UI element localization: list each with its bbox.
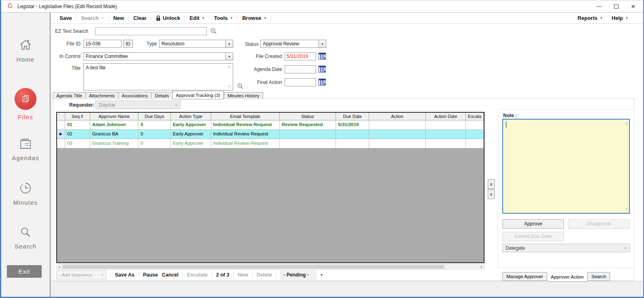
title-textarea[interactable]: A test file — [83, 63, 233, 90]
menu-edit[interactable]: Edit▼ — [185, 13, 209, 24]
cell-action-type: Early Approver — [171, 130, 211, 139]
menu-new[interactable]: New — [109, 13, 129, 24]
menu-save[interactable]: Save — [55, 13, 76, 24]
grid-horizontal-scrollbar[interactable]: ‹ › — [56, 264, 485, 270]
new-button[interactable]: New — [238, 272, 248, 278]
sidebar-item-home[interactable]: Home — [1, 38, 50, 63]
menu-new-label: New — [113, 15, 124, 21]
menu-save-label: Save — [60, 15, 72, 21]
agenda-date-input[interactable] — [285, 65, 316, 73]
menu-help[interactable]: Help▼ — [607, 13, 633, 24]
menu-reports[interactable]: Reports▼ — [573, 13, 607, 24]
menu-tools[interactable]: Tools▼ — [210, 13, 238, 24]
grid-header-status[interactable]: Status — [280, 113, 336, 120]
tab-search[interactable]: Search — [588, 272, 610, 281]
scroll-down-icon[interactable]: ∨ — [228, 84, 231, 88]
menu-search[interactable]: Search▼ — [77, 13, 108, 24]
final-action-calendar-icon[interactable] — [319, 79, 326, 86]
approver-tabs: Manage Approver Approver Action Search — [502, 272, 610, 282]
magnifier-plus-icon[interactable] — [210, 28, 217, 34]
grid-row-3[interactable]: 03 Granicus Training 0 Early Approver In… — [57, 139, 484, 148]
final-action-input[interactable] — [285, 78, 316, 86]
grid-header-action-date[interactable]: Action Date — [426, 113, 466, 120]
grid-header-approver-name[interactable]: Approver Name — [90, 113, 139, 120]
scroll-up-icon[interactable]: ∧ — [625, 121, 628, 126]
grid-header-email-template[interactable]: Email Template — [211, 113, 280, 120]
file-created-input[interactable] — [285, 52, 316, 60]
grid-header-action[interactable]: Action — [369, 113, 425, 120]
tab-details[interactable]: Details — [151, 92, 172, 99]
requester-dropdown[interactable]: Daystar ∨ — [96, 101, 181, 109]
ez-text-search-input[interactable] — [95, 27, 207, 35]
tab-agenda-title[interactable]: Agenda Title — [53, 92, 85, 99]
status-dropdown[interactable]: Approval Review ▼ — [260, 40, 326, 48]
move-down-button[interactable]: ∨ — [488, 189, 495, 199]
scroll-down-icon[interactable]: ∨ — [625, 206, 628, 212]
sidebar-item-minutes[interactable]: Minutes — [1, 181, 50, 206]
cancel-button[interactable]: Cancel — [162, 272, 179, 278]
type-value: Resolution — [159, 41, 225, 47]
grid-row-2-selected[interactable]: ▶ 02 Granicus BA 0 Early Approver Indivi… — [57, 130, 484, 139]
in-control-dropdown[interactable]: Finance Committee ▼ — [83, 52, 233, 60]
dropdown-arrow-icon[interactable]: ▼ — [225, 53, 233, 60]
grid-header-seq[interactable]: Seq # — [65, 113, 90, 120]
dropdown-arrow-icon[interactable]: ▼ — [225, 40, 233, 47]
tab-attachments[interactable]: Attachments — [85, 92, 118, 99]
row-selector-pointer[interactable]: ▶ — [57, 130, 65, 139]
cell-status: Review Requested — [280, 120, 336, 130]
close-button[interactable]: ✕ — [626, 0, 640, 13]
file-created-calendar-icon[interactable] — [319, 53, 326, 60]
dropdown-arrow-icon[interactable]: ▼ — [319, 40, 326, 47]
minutes-icon — [18, 181, 33, 195]
cell-seq: 02 — [65, 130, 90, 139]
minimize-button[interactable] — [592, 0, 606, 13]
pause-button[interactable]: Pause — [143, 272, 158, 278]
grid-header-due-days[interactable]: Due Days — [138, 113, 171, 120]
maximize-button[interactable] — [609, 0, 623, 13]
menu-browse[interactable]: Browse▼ — [238, 13, 271, 24]
tab-approval-tracking[interactable]: Approval Tracking (3) — [172, 91, 224, 99]
sidebar-label-agendas: Agendas — [1, 154, 50, 161]
toolbar-separator — [212, 272, 212, 278]
sidebar-item-agendas[interactable]: Agendas — [1, 136, 50, 161]
sidebar-item-files[interactable]: Files — [1, 88, 50, 120]
delegate-dropdown[interactable]: Delegate ∨ — [502, 244, 630, 252]
exit-button[interactable]: Exit — [7, 265, 42, 278]
up-arrow-icon: ∧ — [489, 182, 493, 187]
menu-unlock[interactable]: Unlock — [151, 13, 185, 24]
grid-header-due-date[interactable]: Due Date — [336, 113, 369, 120]
dropdown-arrow-icon: ▼ — [99, 273, 106, 277]
tab-associations[interactable]: Associations — [118, 92, 151, 99]
file-id-input[interactable] — [83, 40, 121, 48]
grid-header-action-type[interactable]: Action Type — [171, 113, 211, 120]
row-selector[interactable] — [57, 120, 65, 130]
row-selector[interactable] — [57, 139, 65, 148]
extend-due-date-button[interactable]: Extend Due Date — [502, 232, 564, 241]
scrollbar-thumb[interactable] — [62, 265, 444, 269]
add-sequence-dropdown[interactable]: - Add Sequence - ▼ — [56, 270, 106, 279]
approve-button[interactable]: Approve — [502, 219, 564, 229]
move-up-button[interactable]: ∧ — [488, 179, 495, 189]
tab-approver-action[interactable]: Approver Action — [547, 272, 588, 282]
save-as-button[interactable]: Save As — [115, 272, 134, 278]
sidebar-item-search[interactable]: Search — [1, 225, 50, 250]
delete-button[interactable]: Delete — [257, 272, 272, 278]
menu-clear[interactable]: Clear — [129, 13, 151, 24]
pending-dropdown[interactable]: - Pending - — [281, 270, 316, 279]
grid-row-1[interactable]: 01 Adam Johnson 0 Early Approver Individ… — [57, 120, 484, 130]
tab-minutes-history[interactable]: Minutes History — [224, 92, 263, 99]
scroll-left-icon[interactable]: ‹ — [57, 264, 62, 269]
type-dropdown[interactable]: Resolution ▼ — [159, 40, 233, 48]
dropdown-arrow-icon[interactable]: ▼ — [320, 273, 323, 277]
status-label: Status — [242, 41, 259, 47]
scroll-up-icon[interactable]: ∧ — [228, 64, 231, 69]
agenda-date-calendar-icon[interactable] — [319, 66, 326, 73]
disapprove-button[interactable]: Disapprove — [568, 219, 629, 229]
grid-header-escalation[interactable]: Escala — [466, 113, 484, 120]
note-textarea[interactable]: ∧ ∨ — [502, 119, 630, 214]
tab-manage-approver[interactable]: Manage Approver — [502, 272, 547, 281]
title-magnifier-plus-icon[interactable] — [237, 83, 244, 90]
scroll-right-icon[interactable]: › — [478, 264, 484, 269]
cell-approver-name: Adam Johnson — [90, 120, 139, 130]
escalate-button[interactable]: Escalate — [187, 272, 208, 278]
